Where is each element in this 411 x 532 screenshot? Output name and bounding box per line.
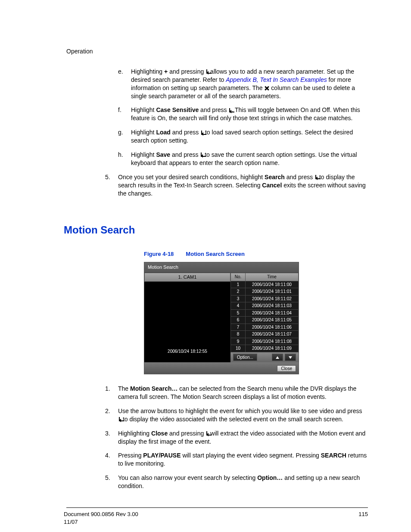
table-row[interactable]: 92006/10/24 18:11:08 <box>231 338 299 345</box>
figure-caption: Figure 4-18Motion Search Screen <box>144 250 368 258</box>
triangle-down-icon <box>289 356 292 359</box>
list-body: Highlight Load and press to load saved s… <box>131 128 368 145</box>
section-header: Operation <box>66 47 368 56</box>
col-no: No. <box>231 273 246 281</box>
scroll-up-button[interactable] <box>272 354 283 361</box>
table-row[interactable]: 62006/10/24 18:11:05 <box>231 317 299 324</box>
table-toolbar: Option... <box>230 352 299 363</box>
list-body: Highlighting + and pressing allows you t… <box>131 68 368 100</box>
enter-icon <box>206 68 209 75</box>
list-body: Highlight Save and press to save the cur… <box>131 151 368 167</box>
table-row[interactable]: 32006/10/24 18:11:02 <box>231 295 299 302</box>
figure-title: Motion Search Screen <box>186 251 245 257</box>
x-icon <box>264 86 269 91</box>
footer-rule <box>66 507 368 508</box>
list-body: Once you set your desired search conditi… <box>118 173 368 198</box>
enter-icon <box>228 106 231 113</box>
triangle-up-icon <box>276 356 279 359</box>
list-marker: h. <box>118 151 131 167</box>
enter-icon <box>206 430 209 437</box>
list-marker: 5. <box>105 474 118 490</box>
col-time: Time <box>246 273 299 281</box>
list-marker: 1. <box>105 385 118 401</box>
table-row[interactable]: 52006/10/24 18:11:04 <box>231 309 299 317</box>
scroll-down-button[interactable] <box>285 354 296 361</box>
motion-search-screenshot: Motion Search 1. CAM1 2006/10/24 18:12:5… <box>144 262 299 374</box>
appendix-link[interactable]: Appendix B, Text In Search Examples <box>226 76 327 83</box>
footer-page: 115 <box>358 510 368 526</box>
list-body: Pressing PLAY/PAUSE will start playing t… <box>118 451 368 468</box>
list-marker: g. <box>118 128 131 145</box>
event-table: No. Time 12006/10/24 18:11:0022006/10/24… <box>230 273 299 352</box>
enter-icon <box>200 151 203 158</box>
camera-view: 2006/10/24 18:12:55 <box>144 282 230 355</box>
enter-icon <box>118 416 121 423</box>
list-marker: e. <box>118 68 131 100</box>
page-footer: Document 900.0856 Rev 3.00 11/07 115 <box>64 510 368 526</box>
list-marker: 5. <box>105 173 118 198</box>
window-title: Motion Search <box>144 262 299 273</box>
footer-date: 11/07 <box>64 518 138 526</box>
list-marker: 3. <box>105 429 118 446</box>
numbered-item-5-top: 5. Once you set your desired search cond… <box>105 173 368 198</box>
footer-doc: Document 900.0856 Rev 3.00 <box>64 510 138 518</box>
table-row[interactable]: 22006/10/24 18:11:01 <box>231 288 299 296</box>
list-body: The Motion Search… can be selected from … <box>118 385 368 401</box>
camera-timestamp: 2006/10/24 18:12:55 <box>144 348 230 355</box>
list-body: Highlight Case Sensitive and press . Thi… <box>131 106 368 122</box>
table-row[interactable]: 72006/10/24 18:11:06 <box>231 324 299 331</box>
list-marker: 4. <box>105 451 118 468</box>
heading-motion-search: Motion Search <box>64 223 368 237</box>
table-row[interactable]: 12006/10/24 18:11:00 <box>231 281 299 288</box>
enter-icon <box>200 129 203 136</box>
table-row[interactable]: 102006/10/24 18:11:09 <box>231 345 299 352</box>
list-marker: 2. <box>105 407 118 423</box>
list-body: Highlighting Close and pressing will ext… <box>118 429 368 446</box>
camera-label: 1. CAM1 <box>144 273 230 282</box>
table-row[interactable]: 42006/10/24 18:11:03 <box>231 302 299 310</box>
table-row[interactable]: 82006/10/24 18:11:07 <box>231 331 299 338</box>
close-button[interactable]: Close <box>277 365 296 372</box>
numbered-list-bottom: 1.The Motion Search… can be selected fro… <box>105 385 368 490</box>
enter-icon <box>314 174 318 180</box>
list-marker: f. <box>118 106 131 122</box>
list-body: You can also narrow your event search by… <box>118 474 368 490</box>
option-button[interactable]: Option... <box>233 354 257 361</box>
lettered-list: e.Highlighting + and pressing allows you… <box>118 68 368 167</box>
list-body: Use the arrow buttons to highlight the e… <box>118 407 368 423</box>
figure-label: Figure 4-18 <box>144 251 174 257</box>
